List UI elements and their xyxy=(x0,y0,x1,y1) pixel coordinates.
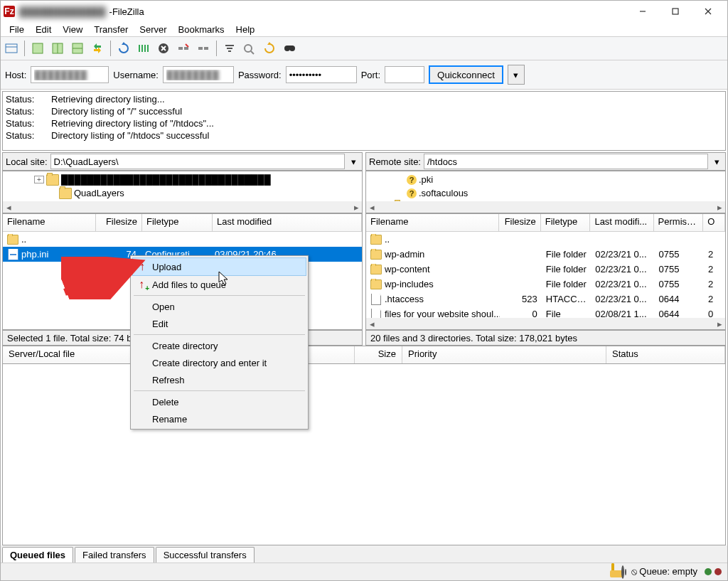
svg-rect-6 xyxy=(33,43,43,53)
minimize-button[interactable] xyxy=(626,1,659,22)
col-filename[interactable]: Filename xyxy=(3,214,96,231)
autoscroll-button[interactable] xyxy=(260,39,279,58)
remote-list-header: Filename Filesize Filetype Last modifi..… xyxy=(366,214,725,232)
menu-bookmarks[interactable]: Bookmarks xyxy=(173,23,230,36)
list-status-row: Selected 1 file. Total size: 74 bytes 20… xyxy=(1,330,727,346)
queue-col-priority[interactable]: Priority xyxy=(402,346,606,363)
username-label: Username: xyxy=(113,70,159,80)
menu-server[interactable]: Server xyxy=(134,23,172,36)
local-site-bar: Local site: ▾ xyxy=(2,152,363,171)
tree-item[interactable]: QuadLayers xyxy=(4,186,360,200)
tab-queued[interactable]: Queued files xyxy=(2,547,73,563)
menu-transfer[interactable]: Transfer xyxy=(88,23,134,36)
trees-row: +████████████████████████████████QuadLay… xyxy=(1,171,727,213)
context-menu-item[interactable]: Rename xyxy=(132,410,306,427)
port-label: Port: xyxy=(361,70,380,80)
local-site-dropdown[interactable]: ▾ xyxy=(348,156,359,167)
titlebar: Fz ████████████ - FileZilla xyxy=(1,1,727,22)
list-row[interactable]: .htaccess523HTACCE...02/23/21 0...06442 xyxy=(366,292,725,307)
list-row[interactable]: wp-adminFile folder02/23/21 0...07552 xyxy=(366,247,725,262)
toggle-queue-button[interactable] xyxy=(68,39,87,58)
queue-col-size[interactable]: Size xyxy=(355,346,402,363)
context-menu-item[interactable]: Open xyxy=(132,298,306,315)
remote-site-input[interactable] xyxy=(424,154,708,169)
activity-indicators xyxy=(705,568,722,575)
list-row[interactable]: wp-includesFile folder02/23/21 0...07552 xyxy=(366,277,725,292)
svg-rect-18 xyxy=(178,47,183,50)
password-input[interactable] xyxy=(286,66,357,83)
menubar: File Edit View Transfer Server Bookmarks… xyxy=(1,22,727,36)
filter-button[interactable] xyxy=(220,39,239,58)
context-menu-item[interactable]: ↑Add files to queue xyxy=(132,276,306,293)
toggle-log-button[interactable] xyxy=(28,39,47,58)
queue-col-server[interactable]: Server/Local file xyxy=(3,346,132,363)
titlebar-host: ████████████ xyxy=(19,6,107,17)
col-filename[interactable]: Filename xyxy=(366,214,499,231)
queue-body[interactable] xyxy=(2,364,726,545)
log-panel: Status:Retrieving directory listing... S… xyxy=(2,91,726,151)
local-site-label: Local site: xyxy=(6,156,48,167)
remote-list-body[interactable]: ..wp-adminFile folder02/23/21 0...07552w… xyxy=(366,232,725,329)
col-owner[interactable]: O xyxy=(703,214,725,231)
settings-icon[interactable] xyxy=(621,567,624,577)
tab-failed[interactable]: Failed transfers xyxy=(75,547,154,563)
queue-col-status[interactable]: Status xyxy=(606,346,725,363)
site-manager-button[interactable] xyxy=(2,39,21,58)
svg-point-26 xyxy=(245,45,252,52)
search-button[interactable] xyxy=(280,39,299,58)
app-window: Fz ████████████ - FileZilla File Edit Vi… xyxy=(0,0,728,581)
col-permissions[interactable]: Permissi... xyxy=(654,214,704,231)
toolbar-sep xyxy=(110,41,111,56)
col-filesize[interactable]: Filesize xyxy=(499,214,541,231)
context-menu-item[interactable]: Create directory xyxy=(132,337,306,354)
lock-icon xyxy=(611,567,614,577)
context-menu-item[interactable]: Edit xyxy=(132,315,306,332)
refresh-button[interactable] xyxy=(114,39,133,58)
quickconnect-dropdown[interactable]: ▾ xyxy=(508,65,525,85)
cancel-button[interactable] xyxy=(154,39,173,58)
context-menu-item[interactable]: ↑Upload xyxy=(132,257,306,276)
local-tree[interactable]: +████████████████████████████████QuadLay… xyxy=(2,171,363,213)
tree-item[interactable]: ?.softaculous xyxy=(368,186,724,200)
disconnect-button[interactable] xyxy=(174,39,193,58)
svg-rect-4 xyxy=(6,44,17,53)
context-menu-item[interactable]: Create directory and enter it xyxy=(132,354,306,371)
svg-line-20 xyxy=(186,44,188,47)
svg-rect-19 xyxy=(184,47,188,50)
col-modified[interactable]: Last modified xyxy=(213,214,362,231)
log-line: Directory listing of "/" successful xyxy=(51,105,182,117)
local-site-input[interactable] xyxy=(50,154,345,169)
menu-file[interactable]: File xyxy=(4,23,30,36)
tree-item[interactable]: +████████████████████████████████ xyxy=(4,173,360,186)
remote-tree[interactable]: ?.pki?.softaculous+htdocs◂▸ xyxy=(365,171,726,213)
port-input[interactable] xyxy=(385,66,424,83)
tab-successful[interactable]: Successful transfers xyxy=(156,547,255,563)
remote-site-dropdown[interactable]: ▾ xyxy=(711,156,722,167)
context-menu-item[interactable]: Delete xyxy=(132,393,306,410)
list-row[interactable]: .. xyxy=(366,232,725,247)
menu-help[interactable]: Help xyxy=(230,23,261,36)
tree-item[interactable]: ?.pki xyxy=(368,173,724,186)
log-label: Status: xyxy=(6,129,40,142)
menu-view[interactable]: View xyxy=(57,23,88,36)
menu-edit[interactable]: Edit xyxy=(30,23,57,36)
list-row[interactable]: wp-contentFile folder02/23/21 0...07552 xyxy=(366,262,725,277)
col-modified[interactable]: Last modifi... xyxy=(590,214,653,231)
close-button[interactable] xyxy=(692,1,724,22)
compare-button[interactable] xyxy=(240,39,259,58)
sync-browse-button[interactable] xyxy=(88,39,107,58)
host-input[interactable] xyxy=(31,66,109,83)
svg-line-27 xyxy=(251,51,254,54)
process-queue-button[interactable] xyxy=(134,39,153,58)
reconnect-button[interactable] xyxy=(194,39,213,58)
col-filetype[interactable]: Filetype xyxy=(541,214,591,231)
username-input[interactable] xyxy=(163,66,234,83)
col-filesize[interactable]: Filesize xyxy=(96,214,142,231)
toggle-tree-button[interactable] xyxy=(48,39,67,58)
list-row[interactable]: .. xyxy=(3,232,362,247)
context-menu-item[interactable]: Refresh xyxy=(132,371,306,388)
col-filetype[interactable]: Filetype xyxy=(142,214,213,231)
maximize-button[interactable] xyxy=(659,1,692,22)
remote-site-bar: Remote site: ▾ xyxy=(365,152,726,171)
quickconnect-button[interactable]: Quickconnect xyxy=(429,65,503,84)
